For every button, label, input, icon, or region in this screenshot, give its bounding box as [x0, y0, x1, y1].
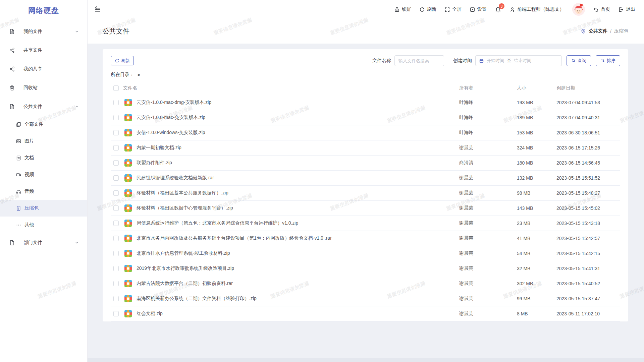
table-row[interactable]: 红会文档.zip 谢晨芸 8 MB 2023-05-11 17:02:10	[111, 306, 620, 321]
table-row[interactable]: 民建组织管理系统验收文档最新版.rar 谢晨芸 132 MB 2023-05-1…	[111, 171, 620, 186]
row-checkbox[interactable]	[113, 130, 119, 135]
table-row[interactable]: 联盟办件附件.zip 商清清 180 MB 2023-06-15 14:56:4…	[111, 156, 620, 171]
file-name-link[interactable]: 局信息系统运行维护（第五包：北京市水务局综合信息平台运行维护）v1.0.zip	[137, 220, 459, 226]
row-checkbox[interactable]	[113, 236, 119, 241]
row-checkbox[interactable]	[113, 100, 119, 105]
file-size: 324 MB	[517, 145, 556, 150]
zip-file-icon	[124, 280, 132, 287]
select-all-checkbox[interactable]	[113, 85, 119, 91]
row-checkbox[interactable]	[113, 296, 119, 301]
chevron-down-icon	[74, 240, 79, 245]
directory-root-arrow[interactable]: >	[138, 72, 140, 77]
breadcrumb-root-link[interactable]: 公共文件	[589, 28, 607, 34]
file-name-link[interactable]: 云安信-1.0.0-mac-免安装版本.zip	[137, 115, 459, 121]
table-row[interactable]: 2019年北京市水行政审批系统升级改造项目.zip 谢晨芸 32 MB 2023…	[111, 261, 620, 276]
sidebar-item-department-files[interactable]: 部门文件	[0, 233, 87, 252]
row-checkbox[interactable]	[113, 145, 119, 150]
zip-file-icon	[124, 295, 132, 302]
file-name-link[interactable]: 终验材料（福田区基本公共服务数据库）.zip	[137, 190, 459, 196]
avatar[interactable]	[572, 3, 585, 16]
row-checkbox[interactable]	[113, 190, 119, 196]
file-owner: 谢晨芸	[459, 265, 517, 272]
settings-icon	[470, 7, 475, 12]
home-button[interactable]: 首页	[593, 6, 610, 12]
refresh-list-button[interactable]: 刷新	[111, 56, 134, 65]
sidebar-item-documents[interactable]: 文档	[0, 149, 87, 166]
table-row[interactable]: 云安信-1.0.0-mac-dmg-安装版本.zip 叶海峰 193 MB 20…	[111, 95, 620, 110]
sidebar-item-audio[interactable]: 音频	[0, 183, 87, 200]
file-name-link[interactable]: 北京市排水户信息管理系统-竣工验收材料.zip	[137, 250, 459, 256]
sidebar-item-others[interactable]: 其他	[0, 217, 87, 233]
row-checkbox[interactable]	[113, 221, 119, 226]
row-checkbox[interactable]	[113, 266, 119, 271]
file-size: 99 MB	[517, 296, 556, 301]
table-row[interactable]: 北京市排水户信息管理系统-竣工验收材料.zip 谢晨芸 54 MB 2023-0…	[111, 246, 620, 261]
sidebar-item-videos[interactable]: 视频	[0, 166, 87, 183]
row-checkbox[interactable]	[113, 175, 119, 181]
logout-icon	[618, 7, 624, 12]
row-checkbox[interactable]	[113, 281, 119, 286]
file-name-link[interactable]: 终验材料（福田区数据中心管理服务平台）.zip	[137, 205, 459, 211]
table-row[interactable]: 终验材料（福田区基本公共服务数据库）.zip 谢晨芸 98 MB 2023-05…	[111, 186, 620, 201]
file-date: 2023-05-15 15:43:18	[556, 221, 620, 226]
table-row[interactable]: 安信-1.0.0-windows-免安装版.zip 叶海峰 153 MB 202…	[111, 125, 620, 140]
horizontal-scrollbar[interactable]	[88, 358, 644, 362]
table-row[interactable]: 内蒙一期初验文档.zip 谢晨芸 324 MB 2023-06-15 17:15…	[111, 140, 620, 156]
table-row[interactable]: 内蒙古法院大数据平台（二期）初验前资料.rar 谢晨芸 302 MB 2023-…	[111, 276, 620, 291]
sidebar-item-my-files[interactable]: 我的文件	[0, 22, 87, 41]
file-owner: 谢晨芸	[459, 220, 517, 226]
table-row[interactable]: 南海区机关新办公系统（二期）文件资料（终验打印）.zip 谢晨芸 99 MB 2…	[111, 291, 620, 306]
current-directory-row: 所在目录： >	[111, 72, 620, 78]
file-name-link[interactable]: 南海区机关新办公系统（二期）文件资料（终验打印）.zip	[137, 296, 459, 302]
search-button[interactable]: 查询	[567, 55, 591, 66]
video-camera-icon	[16, 172, 21, 178]
fullscreen-button[interactable]: 全屏	[444, 6, 462, 12]
notifications-button[interactable]: 3	[495, 6, 501, 13]
file-date: 2023-07-04 09:40:31	[556, 115, 620, 120]
sidebar-item-shared-files[interactable]: 共享文件	[0, 41, 87, 60]
settings-button[interactable]: 设置	[470, 6, 487, 12]
sidebar-item-images[interactable]: 图片	[0, 133, 87, 149]
table-row[interactable]: 终验材料（福田区数据中心管理服务平台）.zip 谢晨芸 143 MB 2023-…	[111, 201, 620, 216]
file-name-link[interactable]: 内蒙一期初验文档.zip	[137, 145, 459, 151]
zip-file-icon	[124, 114, 132, 121]
sidebar-item-archives[interactable]: 压缩包	[0, 200, 87, 217]
page-title: 公共文件	[103, 27, 129, 36]
row-checkbox[interactable]	[113, 311, 119, 316]
table-row[interactable]: 北京市水务局内网改版及公共服务基础平台建设项目（第1包：内网改版）终验验文档-v…	[111, 231, 620, 246]
row-checkbox[interactable]	[113, 205, 119, 211]
sidebar-item-label: 我的文件	[23, 28, 42, 35]
table-row[interactable]: 云安信-1.0.0-mac-免安装版本.zip 叶海峰 189 MB 2023-…	[111, 110, 620, 125]
user-menu[interactable]: 前端工程师（陈思文）	[509, 6, 564, 12]
date-range-picker[interactable]: 开始时间 至 结束时间	[475, 55, 562, 66]
sidebar-item-my-shares[interactable]: 我的共享	[0, 60, 87, 78]
file-owner: 叶海峰	[459, 115, 517, 121]
sidebar-item-recycle-bin[interactable]: 回收站	[0, 78, 87, 97]
trash-icon	[9, 85, 15, 91]
file-name-link[interactable]: 北京市水务局内网改版及公共服务基础平台建设项目（第1包：内网改版）终验验文档-v…	[137, 235, 459, 241]
file-date: 2023-05-15 15:40:52	[556, 281, 620, 286]
zip-file-icon	[124, 204, 132, 212]
file-size: 153 MB	[517, 130, 556, 135]
table-row[interactable]: 局信息系统运行维护（第五包：北京市水务局综合信息平台运行维护）v1.0.zip …	[111, 216, 620, 231]
sidebar-item-all-files[interactable]: 全部文件	[0, 116, 87, 133]
lock-screen-button[interactable]: 锁屏	[394, 6, 411, 12]
sidebar-item-public-files[interactable]: 公共文件	[0, 97, 87, 116]
file-name-link[interactable]: 2019年北京市水行政审批系统升级改造项目.zip	[137, 265, 459, 272]
sidebar-collapse-icon[interactable]	[94, 6, 101, 13]
file-name-link[interactable]: 内蒙古法院大数据平台（二期）初验前资料.rar	[137, 281, 459, 287]
sort-button[interactable]: 排序	[596, 55, 620, 66]
row-checkbox[interactable]	[113, 160, 119, 166]
file-name-link[interactable]: 云安信-1.0.0-mac-dmg-安装版本.zip	[137, 100, 459, 106]
file-name-link[interactable]: 红会文档.zip	[137, 311, 459, 317]
file-name-search-input[interactable]	[394, 55, 444, 66]
row-checkbox[interactable]	[113, 115, 119, 120]
row-checkbox[interactable]	[113, 251, 119, 256]
file-size: 8 MB	[517, 311, 556, 316]
logout-button[interactable]: 退出	[618, 6, 635, 12]
file-owner: 谢晨芸	[459, 281, 517, 287]
file-name-link[interactable]: 安信-1.0.0-windows-免安装版.zip	[137, 130, 459, 136]
file-name-link[interactable]: 联盟办件附件.zip	[137, 160, 459, 166]
refresh-page-button[interactable]: 刷新	[419, 6, 436, 12]
file-name-link[interactable]: 民建组织管理系统验收文档最新版.rar	[137, 175, 459, 181]
